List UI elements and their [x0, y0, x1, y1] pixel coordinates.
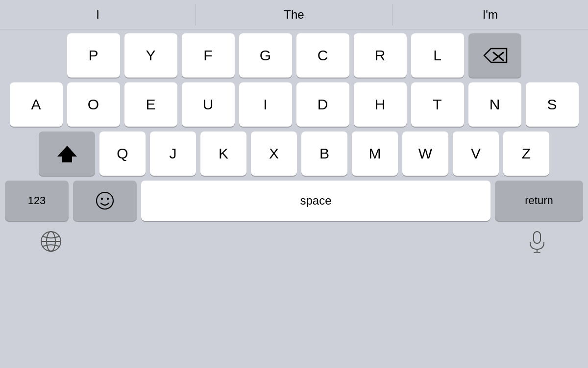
key-x[interactable]: X [251, 131, 297, 176]
key-p[interactable]: P [67, 33, 120, 78]
globe-icon [39, 230, 63, 253]
return-button[interactable]: return [495, 181, 583, 221]
key-g[interactable]: G [239, 33, 292, 78]
space-button[interactable]: space [141, 181, 490, 221]
key-m[interactable]: M [352, 131, 398, 176]
key-k[interactable]: K [200, 131, 246, 176]
emoji-icon [95, 191, 115, 210]
key-e[interactable]: E [124, 82, 177, 127]
shift-icon [55, 142, 79, 165]
key-z[interactable]: Z [503, 131, 549, 176]
predictive-item-the[interactable]: The [196, 4, 392, 26]
key-o[interactable]: O [67, 82, 120, 127]
globe-button[interactable] [39, 230, 63, 255]
key-s[interactable]: S [526, 82, 579, 127]
svg-point-3 [97, 192, 113, 209]
key-y[interactable]: Y [124, 33, 177, 78]
keyboard: P Y F G C R L A O E U I D H T N S [0, 29, 588, 223]
predictive-item-im[interactable]: I'm [392, 4, 588, 26]
key-row-1: P Y F G C R L [5, 33, 583, 78]
key-row-2: A O E U I D H T N S [5, 82, 583, 127]
key-v[interactable]: V [453, 131, 499, 176]
key-h[interactable]: H [354, 82, 407, 127]
key-t[interactable]: T [411, 82, 464, 127]
backspace-button[interactable] [468, 33, 521, 78]
key-row-4: 123 space return [5, 181, 583, 221]
key-q[interactable]: Q [99, 131, 146, 176]
key-row-3: Q J K X B M W V Z [5, 131, 583, 176]
shift-button[interactable] [39, 131, 95, 176]
microphone-button[interactable] [525, 230, 549, 255]
key-w[interactable]: W [402, 131, 448, 176]
svg-point-4 [101, 198, 103, 200]
predictive-item-i[interactable]: I [0, 4, 196, 26]
emoji-button[interactable] [73, 181, 137, 221]
key-c[interactable]: C [296, 33, 349, 78]
key-r[interactable]: R [354, 33, 407, 78]
key-a[interactable]: A [10, 82, 63, 127]
key-j[interactable]: J [150, 131, 196, 176]
backspace-icon [482, 47, 508, 64]
key-i[interactable]: I [239, 82, 292, 127]
svg-rect-9 [534, 232, 540, 243]
key-f[interactable]: F [182, 33, 235, 78]
svg-point-5 [107, 198, 109, 200]
key-l[interactable]: L [411, 33, 464, 78]
key-n[interactable]: N [468, 82, 521, 127]
svg-marker-2 [57, 146, 77, 162]
key-d[interactable]: D [296, 82, 349, 127]
numbers-button[interactable]: 123 [5, 181, 69, 221]
bottom-bar [0, 223, 588, 262]
key-b[interactable]: B [301, 131, 347, 176]
key-u[interactable]: U [182, 82, 235, 127]
predictive-bar: I The I'm [0, 0, 588, 29]
microphone-icon [525, 230, 549, 253]
